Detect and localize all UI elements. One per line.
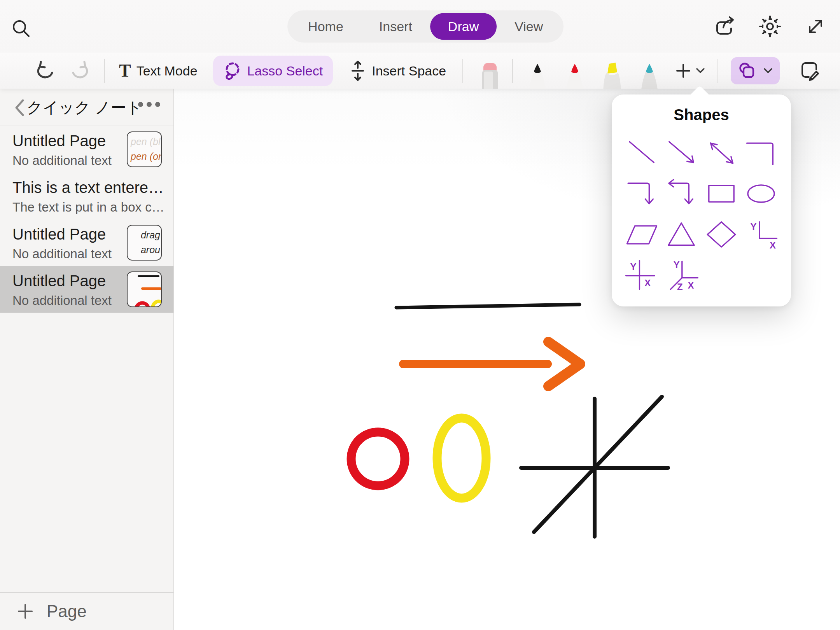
page-list-item[interactable]: This is a text entered in... The text is… xyxy=(0,173,173,219)
divider xyxy=(512,59,513,83)
shapes-button[interactable] xyxy=(731,57,780,84)
axes-cross-icon: Y X xyxy=(624,257,660,293)
lasso-icon xyxy=(223,61,242,80)
gear-icon xyxy=(758,15,782,38)
shape-diagonal-double-arrow[interactable] xyxy=(702,132,741,173)
divider xyxy=(104,59,105,83)
page-list-item-selected[interactable]: Untitled Page No additional text xyxy=(0,266,173,313)
page-thumbnail: pen (bl pen (ora xyxy=(127,131,162,167)
shape-elbow-connector[interactable] xyxy=(741,132,781,173)
axes-3d-icon: Y Z X xyxy=(663,257,699,293)
pen-black[interactable] xyxy=(525,53,550,89)
svg-text:X: X xyxy=(688,280,694,290)
ribbon-tabbar: Home Insert Draw View xyxy=(287,10,564,43)
text-mode-button[interactable]: T Text Mode xyxy=(119,62,198,80)
page-title: Untitled Page xyxy=(12,226,106,243)
top-chrome: Home Insert Draw View xyxy=(0,0,840,89)
page-title: Untitled Page xyxy=(12,132,106,150)
shapes-icon xyxy=(738,62,759,80)
diagonal-double-arrow-icon xyxy=(704,135,739,170)
shapes-popover: Shapes xyxy=(612,94,791,306)
insert-space-icon xyxy=(349,60,366,82)
lasso-select-button[interactable]: Lasso Select xyxy=(213,56,333,86)
pen-yellow-highlighter[interactable] xyxy=(599,53,625,89)
shape-rectangle[interactable] xyxy=(702,173,741,214)
pen-red[interactable] xyxy=(562,53,588,89)
highlighter-icon xyxy=(599,61,625,89)
shape-axes-l[interactable]: Y X xyxy=(741,214,781,254)
page-title: This is a text entered in... xyxy=(12,179,168,196)
shape-axes-3d[interactable]: Y Z X xyxy=(662,254,701,295)
shape-axes-cross[interactable]: Y X xyxy=(622,254,662,295)
sidebar-footer: Page xyxy=(0,592,173,630)
add-pen-button[interactable] xyxy=(675,62,705,79)
shape-elbow-double-arrow[interactable] xyxy=(662,173,701,214)
elbow-arrow-icon xyxy=(624,175,660,211)
page-thumbnail: drag arou xyxy=(127,225,162,261)
redo-icon xyxy=(69,60,91,82)
svg-text:Y: Y xyxy=(750,221,756,231)
settings-button[interactable] xyxy=(758,15,782,38)
tab-insert[interactable]: Insert xyxy=(361,13,430,40)
notebook-title: クイック ノート xyxy=(27,96,142,118)
page-list-item[interactable]: Untitled Page No additional text pen (bl… xyxy=(0,126,173,173)
page-list-item[interactable]: Untitled Page No additional text drag ar… xyxy=(0,219,173,266)
lasso-select-label: Lasso Select xyxy=(247,63,323,79)
page-subtitle: The text is put in a box called... xyxy=(12,200,168,215)
svg-text:X: X xyxy=(644,278,651,288)
search-button[interactable] xyxy=(10,17,33,40)
shape-ellipse[interactable] xyxy=(741,173,781,214)
more-options-button[interactable] xyxy=(138,102,160,107)
axes-l-icon: Y X xyxy=(743,216,779,252)
shapes-grid: Y X Y X Y Z X xyxy=(622,132,781,295)
divider xyxy=(718,59,718,83)
elbow-connector-icon xyxy=(743,135,779,170)
fullscreen-button[interactable] xyxy=(804,15,827,38)
share-icon xyxy=(713,15,736,38)
shape-diagonal-line[interactable] xyxy=(622,132,662,173)
red-pen-icon xyxy=(562,62,588,89)
tab-home[interactable]: Home xyxy=(290,13,361,40)
shape-triangle[interactable] xyxy=(662,214,701,254)
ink-note-button[interactable] xyxy=(798,60,821,82)
onenote-app: クイック ノート Untitled Page No additional tex… xyxy=(0,0,840,630)
pen-galaxy-pencil[interactable] xyxy=(637,53,662,89)
insert-space-button[interactable]: Insert Space xyxy=(349,60,446,82)
add-page-label: Page xyxy=(47,602,87,621)
window-actions xyxy=(713,0,827,53)
plus-icon xyxy=(17,603,33,620)
galaxy-pencil-icon xyxy=(637,62,662,89)
parallelogram-icon xyxy=(624,216,660,252)
chevron-left-icon xyxy=(14,99,25,117)
note-pen-icon xyxy=(798,60,821,82)
insert-space-label: Insert Space xyxy=(372,63,446,79)
shape-diamond[interactable] xyxy=(702,214,741,254)
undo-icon xyxy=(34,60,56,82)
back-button[interactable] xyxy=(14,99,25,117)
shape-diagonal-arrow[interactable] xyxy=(662,132,701,173)
ellipse-icon xyxy=(743,175,779,211)
page-thumbnail xyxy=(127,271,162,307)
elbow-double-arrow-icon xyxy=(663,175,699,211)
tab-view[interactable]: View xyxy=(497,13,561,40)
title-row: Home Insert Draw View xyxy=(0,0,840,53)
share-button[interactable] xyxy=(713,15,736,38)
chevron-down-icon xyxy=(696,68,705,74)
page-subtitle: No additional text xyxy=(12,153,112,168)
shapes-popover-title: Shapes xyxy=(612,106,791,124)
divider xyxy=(462,59,463,83)
add-page-button[interactable]: Page xyxy=(0,593,173,630)
pages-sidebar: クイック ノート Untitled Page No additional tex… xyxy=(0,89,174,630)
eraser-tool[interactable] xyxy=(478,53,502,89)
shape-parallelogram[interactable] xyxy=(622,214,662,254)
plus-icon xyxy=(675,62,692,79)
shape-elbow-arrow[interactable] xyxy=(622,173,662,214)
redo-button[interactable] xyxy=(69,60,91,82)
svg-text:Y: Y xyxy=(630,261,637,272)
diagonal-arrow-icon xyxy=(663,135,699,170)
tab-draw[interactable]: Draw xyxy=(430,13,497,40)
rectangle-icon xyxy=(704,175,739,211)
chevron-down-icon xyxy=(763,68,773,74)
diamond-icon xyxy=(704,216,739,252)
undo-button[interactable] xyxy=(34,60,56,82)
